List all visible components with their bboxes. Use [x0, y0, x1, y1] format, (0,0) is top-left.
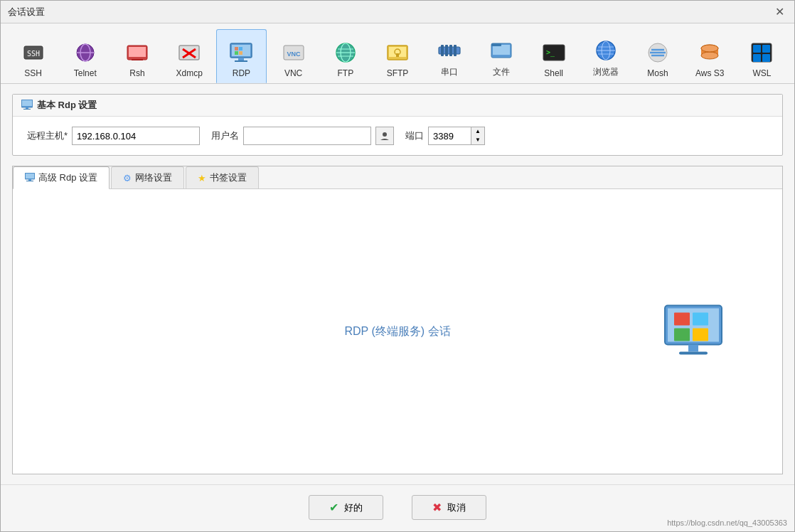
rsh-icon [124, 40, 150, 65]
tab-ssh[interactable]: SSH SSH [8, 29, 58, 83]
basic-section-header: 基本 Rdp 设置 [13, 95, 782, 117]
tab-serial-label: 串口 [441, 66, 458, 78]
svg-rect-33 [445, 45, 448, 56]
shell-icon: >_ [541, 40, 567, 65]
port-decrement-button[interactable]: ▼ [471, 136, 484, 144]
tab-vnc-label: VNC [284, 68, 302, 78]
tab-mosh[interactable]: Mosh [632, 29, 683, 83]
username-label: 用户名 [211, 129, 239, 142]
tab-wsl[interactable]: WSL [737, 29, 787, 83]
svg-rect-60 [22, 100, 32, 106]
cancel-icon: ✖ [432, 501, 442, 514]
svg-rect-75 [679, 352, 708, 355]
svg-rect-65 [26, 174, 34, 179]
svg-rect-16 [235, 47, 238, 50]
sub-tabs-bar: 高级 Rdp 设置 ⚙ 网络设置 ★ 书签设置 [13, 166, 782, 189]
sub-tab-advanced-rdp-label: 高级 Rdp 设置 [38, 171, 97, 184]
svg-rect-58 [762, 54, 770, 62]
awss3-icon [697, 40, 722, 65]
username-field: 用户名 [211, 127, 394, 145]
sftp-icon [385, 40, 410, 65]
svg-rect-57 [753, 54, 761, 62]
port-increment-button[interactable]: ▲ [471, 127, 484, 136]
cancel-button[interactable]: ✖ 取消 [412, 495, 486, 520]
network-tab-icon: ⚙ [123, 173, 132, 183]
ok-icon: ✔ [329, 501, 338, 514]
svg-rect-62 [23, 109, 31, 110]
bookmark-tab-icon: ★ [198, 173, 206, 183]
user-icon-button[interactable] [375, 127, 394, 145]
tab-sftp-label: SFTP [387, 68, 409, 78]
spinner-buttons: ▲ ▼ [471, 127, 485, 145]
sub-tab-bookmark[interactable]: ★ 书签设置 [186, 166, 259, 188]
tab-shell[interactable]: >_ Shell [528, 29, 579, 83]
svg-rect-66 [28, 179, 31, 181]
sub-tab-network[interactable]: ⚙ 网络设置 [111, 166, 184, 188]
tab-telnet[interactable]: Telnet [60, 29, 110, 83]
svg-rect-32 [441, 45, 444, 56]
port-field: 端口 ▲ ▼ [405, 127, 485, 145]
tab-awss3[interactable]: Aws S3 [685, 29, 735, 83]
tab-ftp[interactable]: FTP [320, 29, 370, 83]
ok-button[interactable]: ✔ 好的 [309, 495, 383, 520]
svg-point-63 [383, 132, 387, 137]
svg-rect-15 [235, 60, 247, 62]
sub-tab-advanced-rdp[interactable]: 高级 Rdp 设置 [13, 166, 110, 189]
wsl-icon [749, 40, 774, 65]
host-input[interactable] [72, 127, 200, 145]
advanced-rdp-tab-icon [25, 173, 35, 183]
tab-telnet-label: Telnet [74, 68, 97, 78]
cancel-label: 取消 [447, 501, 466, 514]
main-content: 基本 Rdp 设置 远程主机* 用户名 [1, 84, 794, 484]
tab-serial[interactable]: 串口 [425, 29, 475, 83]
svg-text:SSH: SSH [27, 50, 40, 58]
rdp-icon [228, 40, 254, 65]
tab-rdp[interactable]: RDP [216, 29, 267, 83]
svg-rect-38 [491, 43, 501, 46]
svg-rect-70 [674, 313, 690, 326]
svg-rect-72 [674, 329, 690, 341]
tab-file-label: 文件 [493, 66, 510, 78]
svg-rect-35 [454, 45, 457, 56]
svg-point-52 [701, 52, 718, 59]
svg-rect-30 [396, 53, 399, 57]
svg-rect-61 [26, 107, 28, 109]
close-button[interactable]: ✕ [772, 4, 787, 20]
ok-label: 好的 [344, 501, 363, 514]
tab-ssh-label: SSH [24, 68, 42, 78]
basic-section-body: 远程主机* 用户名 端口 [13, 117, 782, 155]
tab-file[interactable]: 文件 [476, 29, 527, 83]
main-window: 会话设置 ✕ SSH SSH Telnet [0, 0, 795, 532]
svg-rect-14 [238, 58, 244, 60]
svg-rect-19 [239, 51, 242, 55]
svg-point-53 [701, 45, 718, 52]
svg-rect-55 [753, 45, 761, 53]
tab-xdmcp[interactable]: Xdmcp [164, 29, 215, 83]
advanced-content-area: RDP (终端服务) 会话 [13, 189, 782, 474]
sub-tab-network-label: 网络设置 [135, 171, 172, 184]
window-title: 会话设置 [8, 6, 45, 18]
watermark: https://blog.csdn.net/qq_43005363 [667, 518, 787, 527]
tab-xdmcp-label: Xdmcp [176, 68, 203, 78]
tab-rdp-label: RDP [233, 68, 250, 78]
browser-icon [593, 38, 619, 63]
port-input[interactable] [428, 127, 471, 145]
ftp-icon [333, 40, 358, 65]
port-label: 端口 [405, 129, 424, 142]
tab-ftp-label: FTP [337, 68, 353, 78]
svg-rect-34 [449, 45, 452, 56]
basic-header-icon [21, 100, 33, 112]
tab-awss3-label: Aws S3 [695, 68, 724, 78]
svg-rect-73 [693, 329, 708, 341]
advanced-rdp-section: 高级 Rdp 设置 ⚙ 网络设置 ★ 书签设置 RDP (终端服务) 会话 [12, 166, 783, 474]
tab-shell-label: Shell [544, 68, 563, 78]
mosh-icon [645, 40, 671, 65]
tab-browser[interactable]: 浏览器 [580, 29, 631, 83]
svg-rect-56 [762, 45, 770, 53]
tab-rsh-label: Rsh [129, 68, 144, 78]
title-bar: 会话设置 ✕ [1, 1, 794, 23]
tab-rsh[interactable]: Rsh [112, 29, 162, 83]
tab-vnc[interactable]: VNC VNC [268, 29, 319, 83]
tab-sftp[interactable]: SFTP [372, 29, 422, 83]
username-input[interactable] [243, 127, 371, 145]
